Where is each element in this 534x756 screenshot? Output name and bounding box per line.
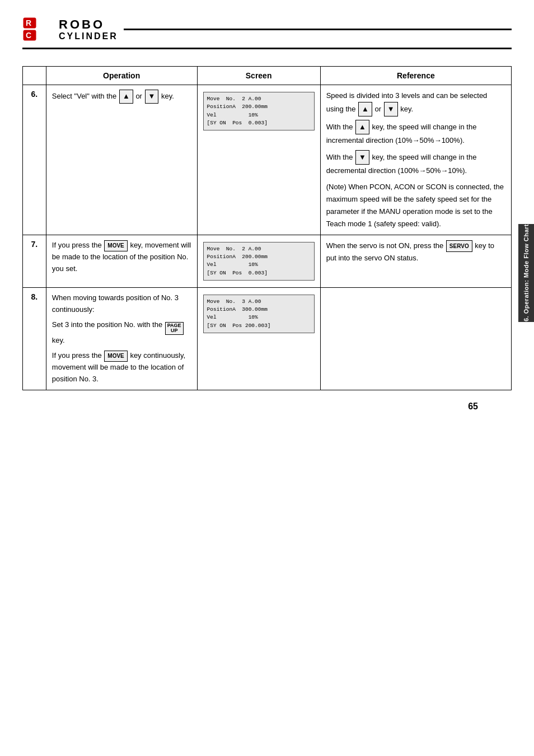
down-arrow-key: ▼ [145,90,159,104]
row-num-7: 7. [23,235,46,287]
servo-key: SERVO [446,240,472,252]
logo-header: R C ROBO CYLINDER [22,17,512,49]
table-row: 6. Select "Vel" with the ▲ or ▼ key. Mov… [23,85,512,235]
side-tab-container: 6. Operation: Mode Flow Chart [518,224,534,322]
page-up-key: PAGEUP [165,322,184,335]
move-key-2: MOVE [104,351,127,362]
reference-8 [320,287,511,390]
screen-display-6: Move No. 2 A.00 PositionA 200.00mm Vel 1… [203,92,315,130]
operation-8: When moving towards position of No. 3 co… [46,287,197,390]
row-num-6: 6. [23,85,46,235]
logo-robo: ROBO [59,18,118,31]
logo-divider [124,29,512,30]
screen-display-8: Move No. 3 A.00 PositionA 300.00mm Vel 1… [203,295,315,333]
logo-text: ROBO CYLINDER [59,18,118,41]
svg-text:C: C [26,31,31,40]
header-num [23,67,46,85]
robo-cylinder-logo: R C [22,17,53,42]
operation-7: If you press the MOVE key, movement will… [46,235,197,287]
screen-6: Move No. 2 A.00 PositionA 200.00mm Vel 1… [197,85,320,235]
main-table: Operation Screen Reference 6. Select "Ve… [22,66,512,390]
screen-7: Move No. 2 A.00 PositionA 200.00mm Vel 1… [197,235,320,287]
ref-up-arrow-key-2: ▲ [355,120,369,134]
ref-down-arrow-key-1: ▼ [384,102,398,116]
row-num-8: 8. [23,287,46,390]
reference-6: Speed is divided into 3 levels and can b… [320,85,511,235]
reference-7: When the servo is not ON, press the SERV… [320,235,511,287]
screen-8: Move No. 3 A.00 PositionA 300.00mm Vel 1… [197,287,320,390]
header-operation: Operation [46,67,197,85]
screen-display-7: Move No. 2 A.00 PositionA 200.00mm Vel 1… [203,242,315,281]
table-row: 7. If you press the MOVE key, movement w… [23,235,512,287]
header-reference: Reference [320,67,511,85]
ref-down-arrow-key-2: ▼ [355,150,369,165]
up-arrow-key: ▲ [119,90,133,104]
logo-cylinder: CYLINDER [59,31,118,41]
ref-up-arrow-key-1: ▲ [358,102,372,116]
page-number: 65 [22,402,512,412]
header-screen: Screen [197,67,320,85]
svg-text:R: R [26,18,31,27]
table-row: 8. When moving towards position of No. 3… [23,287,512,390]
operation-6: Select "Vel" with the ▲ or ▼ key. [46,85,197,235]
move-key: MOVE [104,240,127,251]
side-tab: 6. Operation: Mode Flow Chart [523,224,530,321]
